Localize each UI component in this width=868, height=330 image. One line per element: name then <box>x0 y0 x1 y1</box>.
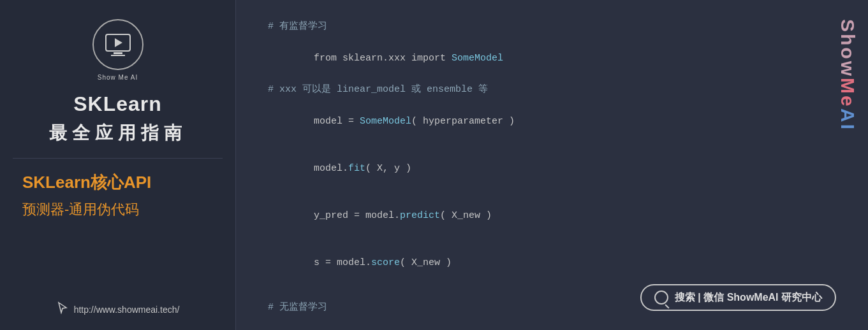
right-panel: # 有监督学习 from sklearn.xxx import SomeMode… <box>236 0 868 330</box>
brand-me: Me <box>837 78 858 108</box>
logo-text: Show Me AI <box>98 74 138 81</box>
play-icon <box>115 38 122 47</box>
logo-screen <box>105 34 131 52</box>
subtitle-predictor: 预测器-通用伪代码 <box>13 200 223 219</box>
main-container: Show Me AI SKLearn 最全应用指南 SKLearn核心API 预… <box>0 0 868 330</box>
website-link: http://www.showmeai.tech/ <box>74 305 180 315</box>
cursor-icon <box>56 301 69 317</box>
code-line-1: from sklearn.xxx import SomeModel <box>268 35 836 82</box>
code-comment-1: # 有监督学习 <box>268 19 836 35</box>
bottom-link[interactable]: http://www.showmeai.tech/ <box>56 295 180 317</box>
brand-show: Show <box>837 19 858 78</box>
logo-area: Show Me AI <box>92 19 143 81</box>
code-line-6: s = model.score( X_new ) <box>268 240 836 287</box>
code-line-4: model.fit( X, y ) <box>268 145 836 192</box>
code-comment-2: # xxx 可以是 linear_model 或 ensemble 等 <box>268 82 836 98</box>
code-line-3: model = SomeModel( hyperparameter ) <box>268 98 836 145</box>
title-sklearn: SKLearn <box>73 92 162 116</box>
logo-stand <box>114 52 122 54</box>
search-handle <box>665 304 669 308</box>
search-icon <box>654 291 668 305</box>
search-bar[interactable]: 搜索 | 微信 ShowMeAI 研究中心 <box>640 284 836 311</box>
logo-inner <box>105 34 131 56</box>
title-guide: 最全应用指南 <box>49 121 187 145</box>
divider-line <box>13 158 223 159</box>
code-line-5: y_pred = model.predict( X_new ) <box>268 192 836 240</box>
logo-base <box>111 55 125 56</box>
code-block-supervised: # 有监督学习 from sklearn.xxx import SomeMode… <box>268 19 836 287</box>
code-line-u1: from sklearn.xxx import SomeModel <box>268 316 836 331</box>
logo-circle <box>92 19 143 70</box>
left-panel: Show Me AI SKLearn 最全应用指南 SKLearn核心API 预… <box>0 0 236 330</box>
vertical-brand: ShowMeAI <box>837 19 858 311</box>
subtitle-api: SKLearn核心API <box>13 171 223 194</box>
brand-ai: AI <box>837 108 858 131</box>
search-text: 搜索 | 微信 ShowMeAI 研究中心 <box>675 291 822 305</box>
